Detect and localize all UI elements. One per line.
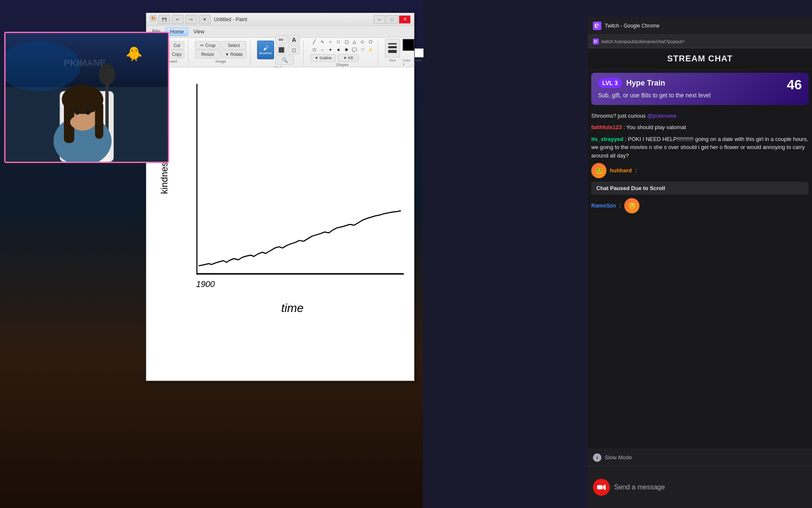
url-text[interactable]: twitch.tv/popout/pokimane/chat?popout=	[601, 39, 685, 44]
color2-swatch[interactable]	[414, 48, 424, 58]
fill-button[interactable]: ⬛	[275, 45, 287, 55]
shape-lightning[interactable]: ⚡	[367, 46, 374, 53]
shapes-grid: ╱ ∿ ○ □ ▢ △ ◇ ⬠ ⬡ → ✦ ★ ✱ 💬 ♡ ⚡	[310, 38, 374, 53]
svg-text:time: time	[281, 301, 304, 315]
twitch-url-bar[interactable]: twitch.tv/popout/pokimane/chat?popout=	[588, 35, 812, 48]
svg-point-15	[85, 109, 91, 115]
chat-text-1: : You should play valornat	[623, 124, 686, 130]
chat-message-3: 🐸 huhhard :	[591, 163, 809, 178]
color2-label: Color 2	[414, 58, 424, 66]
shape-star6[interactable]: ✱	[343, 46, 350, 53]
size-button[interactable]	[385, 39, 400, 58]
resize-button[interactable]: Resize	[195, 50, 220, 58]
image-group: ✂Crop Resize Select ▼ Rotate Image	[192, 40, 250, 65]
chat-message-4: RamsSzn : 😊	[591, 198, 809, 213]
video-icon	[593, 479, 610, 496]
dropdown-icon[interactable]: ▼	[199, 15, 211, 24]
image-buttons: ✂Crop Resize Select ▼ Rotate	[195, 41, 247, 58]
eraser-button[interactable]: ◻	[288, 45, 300, 55]
chat-messages: Shrooms? just curious @pokimane faithful…	[588, 108, 812, 449]
canvas-drawing: kindness 1900 time	[146, 67, 414, 380]
chat-message-2: its_strayyed : POKI I NEED HELP!!!!!!!!!…	[591, 135, 809, 160]
shape-rrect[interactable]: ▢	[343, 38, 350, 45]
color1-swatch[interactable]	[403, 39, 414, 51]
crop-button[interactable]: ✂Crop	[195, 41, 220, 50]
hype-train-top: LVL 3 Hype Train 46	[598, 78, 802, 88]
redo-icon[interactable]: ↪	[185, 15, 197, 24]
twitch-chat-panel: Twitch - Google Chrome twitch.tv/popout/…	[588, 17, 812, 508]
shape-rect[interactable]: □	[335, 38, 342, 45]
undo-icon[interactable]: ↩	[172, 15, 184, 24]
shapes-group: ╱ ∿ ○ □ ▢ △ ◇ ⬠ ⬡ → ✦ ★ ✱ 💬 ♡ ⚡	[307, 40, 378, 65]
colors-group: Size Color 1 Color 2	[381, 40, 427, 65]
emoji-decoration: 🐥	[126, 46, 143, 62]
shape-diamond[interactable]: ◇	[359, 38, 366, 45]
shape-curve[interactable]: ∿	[318, 38, 326, 45]
image-label: Image	[215, 59, 226, 64]
paint-titlebar: 🎨 💾 ↩ ↪ ▼ Untitled - Paint ─ □ ✕	[146, 13, 414, 26]
select-button[interactable]: Select	[221, 41, 247, 50]
paint-title-controls: ─ □ ✕	[373, 15, 411, 24]
shape-star5[interactable]: ★	[335, 46, 342, 53]
svg-text:PKIMANE: PKIMANE	[64, 58, 106, 68]
size-label: Size	[389, 58, 396, 62]
fill-dropdown[interactable]: ▼ Fill	[337, 54, 359, 62]
brushes-button[interactable]: 🖌 Brushes	[257, 41, 274, 59]
message-placeholder[interactable]: Send a message	[614, 483, 665, 491]
cut-button[interactable]: Cut	[169, 41, 184, 50]
svg-rect-13	[95, 102, 104, 139]
shape-tri[interactable]: △	[351, 38, 358, 45]
chat-text-3: :	[635, 166, 637, 175]
paint-window-title: Untitled - Paint	[214, 17, 247, 22]
paint-toolbar: 📋 Paste Cut Copy Clipboard ✂Crop Resize	[146, 38, 414, 67]
svg-text:1900: 1900	[196, 279, 215, 289]
twitch-browser-icon	[593, 22, 601, 30]
shape-star4[interactable]: ✦	[326, 46, 334, 53]
chat-text-0: Shrooms? just curious @pokimane	[591, 113, 677, 119]
hype-train-label: Hype Train	[626, 79, 665, 88]
save-icon[interactable]: 💾	[158, 15, 170, 24]
shape-oval[interactable]: ○	[326, 38, 334, 45]
paint-canvas[interactable]: kindness 1900 time	[146, 67, 414, 380]
outline-dropdown[interactable]: ▼ Outline	[310, 54, 336, 62]
svg-marker-25	[603, 484, 606, 490]
chat-text-4: :	[620, 202, 621, 210]
menu-view[interactable]: View	[189, 28, 208, 36]
shape-penta[interactable]: ⬠	[367, 38, 374, 45]
chat-username-2: its_strayyed	[591, 136, 623, 142]
slow-mode-bar: i Slow Mode	[588, 449, 812, 466]
webcam-overlay: PKIMANE 🐥	[4, 32, 169, 163]
color1-label: Color 1	[403, 58, 413, 66]
avatar-ramssz: 😊	[624, 198, 639, 213]
pencil-button[interactable]: ✏	[275, 35, 287, 44]
chat-username-4: RamsSzn	[591, 202, 616, 210]
stream-chat-header: STREAM CHAT	[588, 48, 812, 69]
chat-message-0: Shrooms? just curious @pokimane	[591, 112, 809, 120]
info-icon: i	[593, 453, 601, 462]
webcam-feed: PKIMANE 🐥	[5, 33, 168, 162]
chat-paused-banner[interactable]: Chat Paused Due to Scroll	[591, 182, 809, 195]
svg-rect-17	[146, 67, 414, 380]
chat-text-2: : POKI I NEED HELP!!!!!!!!!!! going on a…	[591, 136, 808, 159]
svg-rect-24	[597, 485, 603, 489]
maximize-button[interactable]: □	[386, 15, 398, 24]
chat-username-1: faithfulx123	[591, 124, 622, 130]
close-button[interactable]: ✕	[399, 15, 411, 24]
rotate-button[interactable]: ▼ Rotate	[221, 50, 247, 58]
twitch-favicon	[593, 39, 599, 44]
chat-username-3: huhhard	[610, 166, 632, 175]
hype-level-badge: LVL 3	[598, 78, 622, 88]
shape-speech[interactable]: 💬	[351, 46, 358, 53]
copy-button[interactable]: Copy	[169, 50, 184, 58]
browser-tab-title: Twitch - Google Chrome	[605, 23, 659, 29]
text-button[interactable]: A	[288, 35, 300, 44]
minimize-button[interactable]: ─	[373, 15, 385, 24]
shape-line[interactable]: ╱	[310, 38, 318, 45]
shape-heart[interactable]: ♡	[359, 46, 366, 53]
shape-hexa[interactable]: ⬡	[310, 46, 318, 53]
zoom-button[interactable]: 🔍	[275, 55, 294, 65]
svg-point-14	[75, 109, 80, 115]
message-input-area[interactable]: Send a message	[588, 466, 812, 508]
paint-icon: 🎨	[150, 15, 156, 22]
shape-arrow[interactable]: →	[318, 46, 326, 53]
